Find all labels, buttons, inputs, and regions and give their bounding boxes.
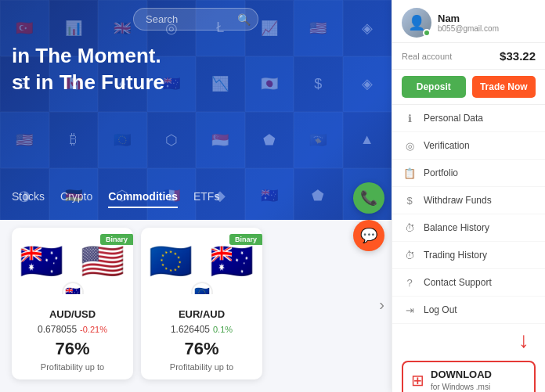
menu-label: Log Out xyxy=(424,304,457,315)
cards-next-button[interactable]: › xyxy=(379,296,384,314)
card-aud-usd[interactable]: 🇦🇺 🇺🇸 Binary 🇦🇺 AUD/USD 0.678055 -0.21% … xyxy=(12,228,133,379)
tab-crypto[interactable]: Crypto xyxy=(60,186,92,208)
download-text: DOWNLOAD for Windows .msi xyxy=(431,369,492,392)
deposit-button[interactable]: Deposit xyxy=(402,76,466,98)
card-price: 0.678055 xyxy=(38,324,77,335)
card-pair: EUR/AUD xyxy=(149,308,254,320)
portfolio-icon: 📋 xyxy=(403,167,416,179)
menu-label: Portfolio xyxy=(424,167,458,178)
card-profit: 76% xyxy=(149,339,254,359)
flag-aud: 🇦🇺 xyxy=(12,228,73,294)
withdraw-icon: $ xyxy=(403,194,416,207)
hero-line2: st in The Future xyxy=(12,70,164,94)
action-buttons: Deposit Trade Now xyxy=(392,70,545,105)
bg-cell: ◈ xyxy=(343,0,392,56)
verification-icon: ◎ xyxy=(403,139,416,152)
tab-commodities[interactable]: Commodities xyxy=(108,186,178,208)
download-sub: for Windows .msi xyxy=(431,382,492,392)
account-balance: $33.22 xyxy=(500,49,536,63)
download-label: DOWNLOAD xyxy=(431,369,492,382)
chat-button[interactable]: 💬 xyxy=(353,220,384,251)
windows-icon: ⊞ xyxy=(411,371,424,390)
menu-label: Contact Support xyxy=(424,277,492,288)
menu-label: Personal Data xyxy=(424,113,483,124)
card-profit-label: Profitability up to xyxy=(20,362,125,372)
card-profit-label: Profitability up to xyxy=(149,362,254,372)
bg-cell: ₿ xyxy=(49,112,99,168)
contact-support-icon: ? xyxy=(403,276,416,289)
download-arrow: ↓ xyxy=(392,328,545,353)
card-profit: 76% xyxy=(20,339,125,359)
tab-stocks[interactable]: Stocks xyxy=(12,186,45,208)
menu-logout[interactable]: ⇥ Log Out xyxy=(392,297,545,324)
menu-label: Verification xyxy=(424,140,470,151)
card-pair: AUD/USD xyxy=(20,308,125,320)
card-eur-aud[interactable]: 🇪🇺 🇦🇺 Binary 🇪🇺 EUR/AUD 1.626405 0.1% 76… xyxy=(141,228,262,379)
menu-withdraw[interactable]: $ Withdraw Funds xyxy=(392,187,545,214)
card-change: -0.21% xyxy=(80,325,107,334)
search-bar[interactable]: 🔍 xyxy=(133,8,258,31)
bg-cell: ⬡ xyxy=(147,112,197,168)
phone-button[interactable]: 📞 xyxy=(353,182,384,214)
logout-icon: ⇥ xyxy=(403,304,416,316)
nav-tabs: Stocks Crypto Commodities ETFs › xyxy=(0,186,392,208)
menu-contact-support[interactable]: ? Contact Support xyxy=(392,269,545,297)
account-label: Real account xyxy=(402,52,452,61)
menu-balance-history[interactable]: ⏱ Balance History xyxy=(392,214,545,242)
bg-cell: 🇯🇵 xyxy=(245,56,294,113)
hero-line1: in The Moment. xyxy=(12,44,161,67)
bg-cell: ◈ xyxy=(343,56,392,113)
bg-cell: 🇺🇸 xyxy=(294,0,343,56)
card-flags: 🇦🇺 🇺🇸 Binary 🇦🇺 xyxy=(12,228,133,294)
binary-badge: Binary xyxy=(229,234,262,245)
float-buttons: 📞 💬 xyxy=(353,182,384,251)
personal-data-icon: ℹ xyxy=(403,112,416,124)
card-flags: 🇪🇺 🇦🇺 Binary 🇪🇺 xyxy=(141,228,262,294)
hero-text: in The Moment. st in The Future xyxy=(12,43,164,96)
bg-cell: $ xyxy=(294,56,343,113)
user-header: 👤 Nam b055@gmail.com xyxy=(392,0,545,43)
account-section: Real account $33.22 xyxy=(392,43,545,70)
bg-cell: 🇺🇸 xyxy=(0,112,49,168)
menu-verification[interactable]: ◎ Verification xyxy=(392,132,545,160)
trading-history-icon: ⏱ xyxy=(403,249,416,261)
bg-cell: ▲ xyxy=(343,112,392,168)
card-change: 0.1% xyxy=(213,325,233,334)
online-indicator xyxy=(423,29,431,37)
right-panel: 👤 Nam b055@gmail.com Real account $33.22… xyxy=(392,0,545,392)
cards-area: 🇦🇺 🇺🇸 Binary 🇦🇺 AUD/USD 0.678055 -0.21% … xyxy=(0,220,392,392)
menu-portfolio[interactable]: 📋 Portfolio xyxy=(392,160,545,187)
user-info: Nam b055@gmail.com xyxy=(438,13,536,33)
menu-personal-data[interactable]: ℹ Personal Data xyxy=(392,105,545,132)
balance-history-icon: ⏱ xyxy=(403,221,416,234)
tab-etfs[interactable]: ETFs xyxy=(193,186,219,208)
bg-cell: 🇸🇬 xyxy=(196,112,245,168)
bg-cell: 🇽🇰 xyxy=(294,112,343,168)
menu-label: Balance History xyxy=(424,222,489,233)
download-button[interactable]: ⊞ DOWNLOAD for Windows .msi xyxy=(402,361,536,392)
main-content-area: 🇹🇷 📊 🇬🇧 ◎ Ł 📈 🇺🇸 ◈ Ξ 🇨🇦 ♦ 🇦🇺 📉 🇯🇵 $ ◈ 🇺🇸… xyxy=(0,0,392,392)
trade-button[interactable]: Trade Now xyxy=(472,76,536,98)
search-icon[interactable]: 🔍 xyxy=(237,13,251,26)
avatar-wrap: 👤 xyxy=(402,8,431,38)
menu-trading-history[interactable]: ⏱ Trading History xyxy=(392,242,545,269)
bg-cell: 🇪🇺 xyxy=(98,112,147,168)
menu-label: Trading History xyxy=(424,250,487,261)
user-email: b055@gmail.com xyxy=(438,24,536,33)
bg-cell: 📉 xyxy=(196,56,245,113)
menu-label: Withdraw Funds xyxy=(424,195,492,206)
card-price: 1.626405 xyxy=(171,324,210,335)
binary-badge: Binary xyxy=(100,234,133,245)
bg-cell: ⬟ xyxy=(245,112,294,168)
flag-eur: 🇪🇺 xyxy=(141,228,202,294)
card-body: EUR/AUD 1.626405 0.1% 76% Profitability … xyxy=(141,294,262,379)
user-name: Nam xyxy=(438,13,536,24)
card-body: AUD/USD 0.678055 -0.21% 76% Profitabilit… xyxy=(12,294,133,379)
